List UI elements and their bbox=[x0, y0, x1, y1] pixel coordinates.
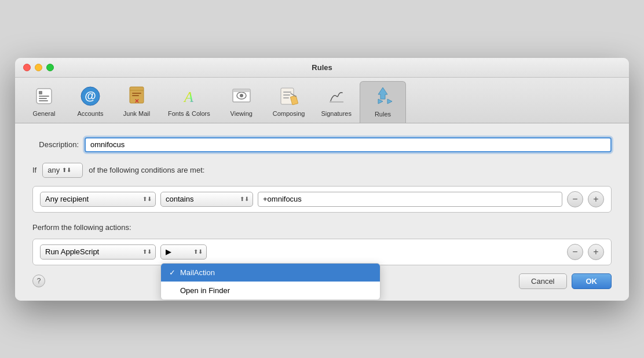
dropdown-item-mailaction-label: MailAction bbox=[180, 268, 215, 277]
tab-junkmail[interactable]: ✕ Junk Mail bbox=[114, 81, 160, 123]
script-select-chevron: ⬆⬇ bbox=[193, 249, 203, 255]
fonts-icon: A bbox=[177, 85, 200, 108]
tab-rules[interactable]: Rules bbox=[360, 81, 406, 123]
if-row: If any ⬆⬇ of the following conditions ar… bbox=[32, 163, 612, 178]
tab-fonts-label: Fonts & Colors bbox=[168, 110, 210, 117]
rules-icon bbox=[371, 85, 394, 108]
script-dropdown-container: ▶ ⬆⬇ ✓ MailAction ✓ Open in Finder bbox=[160, 244, 207, 260]
general-icon bbox=[32, 85, 56, 108]
viewing-icon bbox=[230, 85, 253, 108]
svg-rect-1 bbox=[39, 91, 42, 94]
recipient-select[interactable]: Any recipient ⬆⬇ bbox=[40, 192, 156, 207]
minimize-button[interactable] bbox=[35, 64, 42, 71]
close-button[interactable] bbox=[23, 64, 31, 71]
tab-junkmail-label: Junk Mail bbox=[123, 110, 150, 117]
tab-viewing-label: Viewing bbox=[230, 110, 253, 117]
content-area: Description: If any ⬆⬇ of the following … bbox=[15, 123, 629, 301]
plus-icon: + bbox=[593, 194, 598, 204]
recipient-select-value: Any recipient bbox=[45, 195, 89, 203]
signatures-icon bbox=[325, 85, 348, 108]
svg-rect-9 bbox=[132, 93, 141, 94]
svg-text:@: @ bbox=[85, 89, 96, 102]
svg-rect-19 bbox=[283, 94, 290, 96]
svg-marker-24 bbox=[378, 87, 387, 99]
maximize-button[interactable] bbox=[46, 64, 54, 71]
remove-action-button[interactable]: − bbox=[567, 244, 583, 260]
junkmail-icon: ✕ bbox=[125, 85, 148, 108]
action-type-value: Run AppleScript bbox=[45, 247, 99, 256]
action-minus-icon: − bbox=[572, 247, 577, 257]
description-input[interactable] bbox=[85, 137, 612, 152]
any-select-chevron: ⬆⬇ bbox=[62, 167, 71, 173]
minus-icon: − bbox=[572, 194, 577, 204]
any-select[interactable]: any ⬆⬇ bbox=[42, 163, 83, 178]
mail-rules-window: Rules General @ Accou bbox=[15, 58, 629, 301]
title-bar: Rules bbox=[15, 58, 629, 78]
conditions-text: of the following conditions are met: bbox=[89, 166, 204, 174]
svg-rect-10 bbox=[132, 95, 139, 96]
toolbar: General @ Accounts ✕ Junk M bbox=[15, 78, 629, 123]
operator-select[interactable]: contains ⬆⬇ bbox=[160, 192, 253, 207]
action-row: Run AppleScript ⬆⬇ ▶ ⬆⬇ ✓ MailAction ✓ O… bbox=[32, 239, 612, 265]
accounts-icon: @ bbox=[79, 85, 102, 108]
svg-text:✕: ✕ bbox=[134, 98, 139, 104]
condition-value-input[interactable] bbox=[258, 192, 562, 207]
empty-check: ✓ bbox=[169, 286, 175, 295]
action-type-select[interactable]: Run AppleScript ⬆⬇ bbox=[40, 244, 156, 260]
script-select-trigger[interactable]: ▶ ⬆⬇ bbox=[160, 244, 207, 260]
svg-rect-2 bbox=[39, 96, 49, 97]
composing-icon bbox=[277, 85, 301, 108]
add-action-button[interactable]: + bbox=[588, 244, 604, 260]
recipient-chevron: ⬆⬇ bbox=[142, 196, 152, 202]
operator-select-value: contains bbox=[166, 195, 193, 203]
svg-marker-25 bbox=[378, 99, 383, 104]
if-label: If bbox=[32, 166, 36, 174]
tab-rules-label: Rules bbox=[375, 111, 391, 118]
help-icon: ? bbox=[37, 277, 41, 285]
tab-composing-label: Composing bbox=[273, 110, 305, 117]
ok-button[interactable]: OK bbox=[572, 273, 612, 289]
help-button[interactable]: ? bbox=[32, 275, 45, 287]
tab-signatures-label: Signatures bbox=[321, 110, 352, 117]
window-title: Rules bbox=[312, 63, 332, 72]
dropdown-item-mailaction[interactable]: ✓ MailAction bbox=[161, 264, 380, 282]
any-select-value: any bbox=[47, 166, 60, 174]
svg-point-15 bbox=[240, 94, 243, 97]
tab-general[interactable]: General bbox=[21, 81, 67, 123]
actions-label: Perform the following actions: bbox=[32, 223, 612, 232]
script-select-value: ▶ bbox=[166, 247, 171, 256]
svg-rect-4 bbox=[39, 100, 48, 101]
operator-chevron: ⬆⬇ bbox=[240, 196, 249, 202]
svg-marker-26 bbox=[387, 99, 392, 104]
check-icon: ✓ bbox=[169, 268, 175, 277]
condition-row: Any recipient ⬆⬇ contains ⬆⬇ − + bbox=[32, 186, 612, 213]
dropdown-item-openinfinder[interactable]: ✓ Open in Finder bbox=[161, 282, 380, 299]
tab-composing[interactable]: Composing bbox=[265, 81, 313, 123]
svg-rect-20 bbox=[283, 97, 289, 98]
traffic-lights bbox=[23, 64, 54, 71]
svg-text:A: A bbox=[183, 89, 193, 105]
tab-accounts-label: Accounts bbox=[77, 110, 103, 117]
add-condition-button[interactable]: + bbox=[588, 191, 604, 207]
svg-rect-16 bbox=[233, 89, 250, 92]
dialog-buttons: Cancel OK bbox=[519, 273, 612, 289]
cancel-button[interactable]: Cancel bbox=[519, 273, 566, 289]
tab-signatures[interactable]: Signatures bbox=[313, 81, 360, 123]
tab-viewing[interactable]: Viewing bbox=[218, 81, 265, 123]
tab-accounts[interactable]: @ Accounts bbox=[67, 81, 114, 123]
svg-rect-3 bbox=[39, 98, 47, 99]
dropdown-item-openinfinder-label: Open in Finder bbox=[180, 286, 230, 295]
tab-fonts[interactable]: A Fonts & Colors bbox=[160, 81, 218, 123]
tab-general-label: General bbox=[32, 110, 55, 117]
svg-rect-18 bbox=[283, 92, 291, 93]
description-label: Description: bbox=[32, 140, 79, 149]
description-row: Description: bbox=[32, 137, 612, 152]
action-plus-icon: + bbox=[593, 247, 598, 257]
script-dropdown-menu: ✓ MailAction ✓ Open in Finder bbox=[160, 263, 380, 300]
action-type-chevron: ⬆⬇ bbox=[142, 249, 152, 255]
remove-condition-button[interactable]: − bbox=[567, 191, 583, 207]
